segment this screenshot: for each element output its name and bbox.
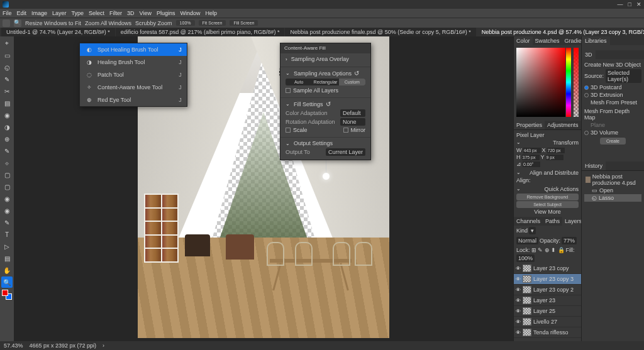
maximize-icon[interactable]: □: [628, 1, 631, 8]
transform-angle[interactable]: [523, 161, 540, 167]
doc-tab-2[interactable]: Nebbia post produzione finale.psd @ 50% …: [285, 28, 475, 36]
tool-brush[interactable]: ⊕: [1, 133, 13, 145]
menu-file[interactable]: File: [3, 10, 12, 16]
qa-view-more[interactable]: View More: [516, 209, 579, 215]
tab-properties[interactable]: Properties: [514, 121, 545, 129]
color-swatch[interactable]: [2, 290, 12, 300]
menu-edit[interactable]: Edit: [17, 10, 27, 16]
tool-eyedrop[interactable]: ◉: [1, 109, 13, 121]
seg-rect[interactable]: Rectangular: [312, 79, 338, 85]
history-item[interactable]: ◵ Lasso: [584, 194, 641, 202]
layer-row[interactable]: 👁Layer 25: [514, 306, 581, 317]
prop-align[interactable]: Align and Distribute: [530, 170, 579, 176]
history-item[interactable]: ▭ Open: [584, 187, 641, 194]
qa-select-subject[interactable]: Select Subject: [516, 201, 579, 208]
menu-3d[interactable]: 3D: [127, 10, 135, 16]
transform-x[interactable]: [547, 148, 565, 153]
flyout-healing-brush[interactable]: ◑Healing Brush ToolJ: [80, 56, 187, 68]
layer-row[interactable]: 👁Layer 23 copy 2: [514, 285, 581, 295]
opt-scrubby[interactable]: Scrubby Zoom: [135, 20, 172, 26]
doc-tab-1[interactable]: edificio foresta 587.psd @ 217% (alberi …: [116, 28, 285, 36]
tab-3d[interactable]: 3D: [582, 50, 596, 59]
tool-path[interactable]: ▷: [1, 241, 13, 252]
transform-h[interactable]: [522, 155, 540, 160]
menu-view[interactable]: View: [140, 10, 152, 16]
zoom-tool-icon[interactable]: 🔍: [14, 19, 21, 27]
transform-w[interactable]: [523, 148, 541, 153]
status-chevron[interactable]: ›: [103, 342, 104, 349]
layer-row[interactable]: 👁Layer 23: [514, 295, 581, 306]
transform-y[interactable]: [546, 155, 564, 160]
menu-plugins[interactable]: Plugins: [157, 10, 175, 16]
menu-filter[interactable]: Filter: [109, 10, 122, 16]
tool-eraser[interactable]: ▢: [1, 169, 13, 180]
tab-paths[interactable]: Paths: [543, 217, 562, 226]
tool-wand[interactable]: ✎: [1, 74, 13, 85]
tool-crop[interactable]: ✂: [1, 85, 13, 97]
menu-layer[interactable]: Layer: [52, 10, 67, 16]
color-picker[interactable]: [514, 45, 581, 121]
tool-history[interactable]: ⟐: [1, 157, 13, 168]
cb-mirror[interactable]: [343, 128, 348, 133]
history-doc[interactable]: Nebbia post produzione 4.psd: [584, 173, 641, 187]
menu-help[interactable]: Help: [206, 10, 218, 16]
doc-tab-3[interactable]: Nebbia post produzione 4.psd @ 57.4% (La…: [477, 28, 644, 36]
tab-history[interactable]: History: [582, 161, 606, 170]
layer-row[interactable]: 👁Livello 27: [514, 317, 581, 327]
layer-row[interactable]: 👁Layer 23 copy 3: [514, 274, 581, 285]
dd-rot-adapt[interactable]: None: [340, 118, 365, 126]
tool-heal[interactable]: ◑: [1, 121, 13, 133]
menu-select[interactable]: Select: [89, 10, 104, 16]
tool-type[interactable]: T: [1, 229, 13, 240]
radio-extrusion[interactable]: [584, 93, 589, 97]
status-zoom[interactable]: 57.43%: [4, 342, 23, 349]
home-icon[interactable]: [3, 19, 10, 27]
blend-mode[interactable]: Normal: [516, 237, 538, 244]
seg-custom[interactable]: Custom: [339, 79, 365, 85]
tab-libraries[interactable]: Libraries: [582, 36, 610, 45]
radio-postcard[interactable]: [584, 85, 589, 90]
doc-tab-0[interactable]: Untitled-1 @ 74.7% (Layer 24, RGB/8#) *: [1, 28, 115, 36]
tool-frame[interactable]: ▤: [1, 97, 13, 109]
cb-scale[interactable]: [286, 128, 291, 133]
tab-swatches[interactable]: Swatches: [533, 36, 562, 45]
tool-marquee[interactable]: ▭: [1, 50, 13, 61]
caf-overlay-toggle[interactable]: Sampling Area Overlay: [286, 56, 365, 62]
tool-hand[interactable]: ✋: [1, 265, 13, 276]
caf-options-toggle[interactable]: Sampling Area Options↺: [286, 70, 365, 77]
flyout-spot-healing[interactable]: ◐Spot Healing Brush ToolJ: [80, 43, 187, 56]
window-controls[interactable]: — □ ✕: [618, 1, 641, 8]
minimize-icon[interactable]: —: [618, 1, 623, 8]
opt-resize[interactable]: Resize Windows to Fit: [25, 20, 81, 26]
layer-row[interactable]: 👁Tenda riflesso: [514, 327, 581, 338]
tool-blur[interactable]: ◉: [1, 193, 13, 204]
dd-output-to[interactable]: Current Layer: [326, 148, 365, 156]
radio-volume[interactable]: [584, 131, 589, 135]
caf-output-toggle[interactable]: Output Settings: [286, 140, 365, 146]
fill-value[interactable]: 100%: [516, 254, 535, 262]
cb-sample-all[interactable]: [286, 88, 291, 93]
flyout-content-aware-move[interactable]: ✧Content-Aware Move ToolJ: [80, 81, 187, 94]
qa-remove-bg[interactable]: Remove Background: [516, 194, 579, 200]
seg-auto[interactable]: Auto: [286, 79, 312, 85]
btn-fit[interactable]: Fit Screen: [199, 20, 226, 26]
prop-transform[interactable]: Transform: [553, 139, 579, 146]
opacity-value[interactable]: 77%: [562, 237, 577, 244]
tab-color[interactable]: Color: [514, 36, 533, 45]
3d-create-button[interactable]: Create: [600, 138, 626, 145]
tool-lasso[interactable]: ◵: [1, 62, 13, 73]
close-icon[interactable]: ✕: [636, 1, 641, 8]
tab-channels[interactable]: Channels: [514, 217, 543, 226]
tool-stamp[interactable]: ✎: [1, 145, 13, 156]
tab-adjustments[interactable]: Adjustments: [545, 121, 581, 129]
menu-window[interactable]: Window: [180, 10, 201, 16]
flyout-patch[interactable]: ◌Patch ToolJ: [80, 68, 187, 81]
tool-dodge[interactable]: ◉: [1, 205, 13, 216]
opt-zoomall[interactable]: Zoom All Windows: [85, 20, 131, 26]
btn-fill[interactable]: Fill Screen: [230, 20, 258, 26]
layers-filter[interactable]: ▾: [529, 227, 536, 234]
dd-color-adapt[interactable]: Default: [340, 109, 365, 117]
tool-pen[interactable]: ✎: [1, 217, 13, 228]
btn-100[interactable]: 100%: [176, 20, 195, 26]
layer-row[interactable]: 👁Layer 23 copy: [514, 263, 581, 274]
